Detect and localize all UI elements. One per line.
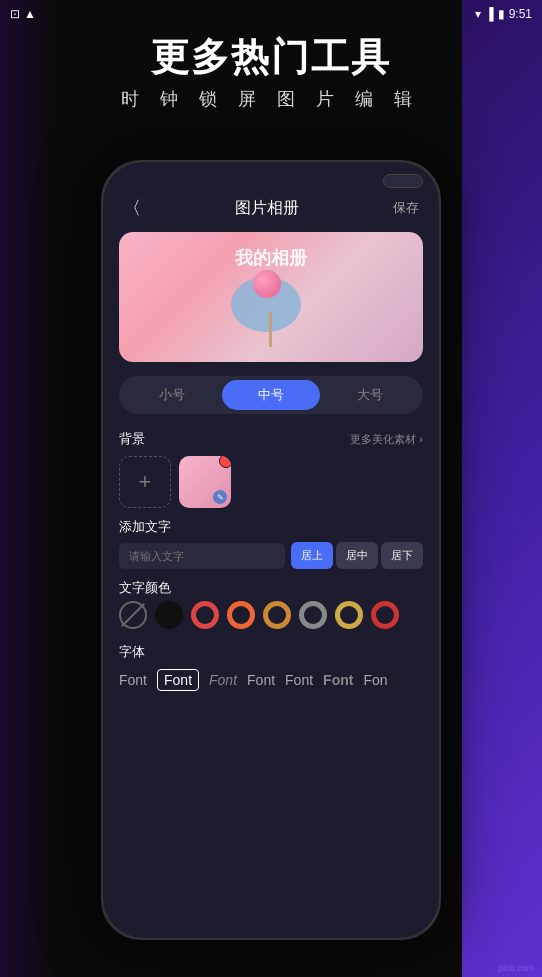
badge bbox=[219, 456, 231, 468]
font-item-5[interactable]: Font bbox=[285, 672, 313, 688]
bg-left-gradient bbox=[0, 0, 60, 977]
phone-top bbox=[103, 162, 439, 192]
status-right: ▾ ▐ ▮ 9:51 bbox=[475, 7, 532, 21]
font-row: Font Font Font Font Font Font Fon bbox=[119, 669, 423, 691]
text-input[interactable] bbox=[119, 543, 285, 569]
lollipop-decoration bbox=[231, 262, 311, 352]
lollipop-ball bbox=[253, 270, 281, 298]
background-section-header: 背景 更多美化素材 › bbox=[119, 430, 423, 448]
phone-inner: 〈 图片相册 保存 我的相册 小号 中号 大号 背景 更多美化素材 › bbox=[103, 162, 439, 938]
position-bottom-button[interactable]: 居下 bbox=[381, 542, 423, 569]
color-palette bbox=[119, 597, 423, 633]
position-middle-button[interactable]: 居中 bbox=[336, 542, 378, 569]
text-input-row: 居上 居中 居下 bbox=[119, 542, 423, 569]
font-section: 字体 Font Font Font Font Font Font Fon bbox=[103, 637, 439, 697]
main-title: 更多热门工具 bbox=[0, 35, 542, 81]
nav-bar: 〈 图片相册 保存 bbox=[103, 192, 439, 228]
back-button[interactable]: 〈 bbox=[123, 196, 141, 220]
background-section: 背景 更多美化素材 › + ✎ bbox=[103, 424, 439, 512]
color-none-option[interactable] bbox=[119, 601, 147, 629]
color-gold-option[interactable] bbox=[263, 601, 291, 629]
watermark: pic6.com bbox=[498, 963, 534, 973]
text-position-buttons: 居上 居中 居下 bbox=[291, 542, 423, 569]
background-item[interactable]: ✎ bbox=[179, 456, 231, 508]
add-text-label: 添加文字 bbox=[119, 518, 423, 536]
font-item-6[interactable]: Font bbox=[323, 672, 353, 688]
color-red-option[interactable] bbox=[191, 601, 219, 629]
lollipop-stick bbox=[269, 312, 272, 347]
size-large-button[interactable]: 大号 bbox=[320, 380, 419, 410]
color-black-option[interactable] bbox=[155, 601, 183, 629]
add-background-button[interactable]: + bbox=[119, 456, 171, 508]
sub-title: 时 钟 锁 屏 图 片 编 辑 bbox=[0, 87, 542, 111]
more-materials-link[interactable]: 更多美化素材 › bbox=[350, 432, 423, 447]
color-yellow-option[interactable] bbox=[335, 601, 363, 629]
color-darkred-option[interactable] bbox=[371, 601, 399, 629]
background-items: + ✎ bbox=[119, 456, 423, 508]
wifi-icon: ▾ bbox=[475, 7, 481, 21]
font-item-2[interactable]: Font bbox=[157, 669, 199, 691]
preview-card: 我的相册 bbox=[119, 232, 423, 362]
size-small-button[interactable]: 小号 bbox=[123, 380, 222, 410]
size-medium-button[interactable]: 中号 bbox=[222, 380, 321, 410]
font-item-4[interactable]: Font bbox=[247, 672, 275, 688]
color-section: 文字颜色 bbox=[103, 573, 439, 637]
color-orange-option[interactable] bbox=[227, 601, 255, 629]
position-top-button[interactable]: 居上 bbox=[291, 542, 333, 569]
color-label: 文字颜色 bbox=[119, 579, 423, 597]
time-display: 9:51 bbox=[509, 7, 532, 21]
phone-mockup: 〈 图片相册 保存 我的相册 小号 中号 大号 背景 更多美化素材 › bbox=[101, 160, 441, 940]
size-selector: 小号 中号 大号 bbox=[119, 376, 423, 414]
font-item-3[interactable]: Font bbox=[209, 672, 237, 688]
add-text-section: 添加文字 居上 居中 居下 bbox=[103, 512, 439, 573]
title-section: 更多热门工具 时 钟 锁 屏 图 片 编 辑 bbox=[0, 35, 542, 111]
bg-right-gradient bbox=[462, 0, 542, 977]
font-label: 字体 bbox=[119, 643, 423, 661]
battery-icon: ▮ bbox=[498, 7, 505, 21]
save-button[interactable]: 保存 bbox=[393, 199, 419, 217]
color-gray-option[interactable] bbox=[299, 601, 327, 629]
edit-icon: ✎ bbox=[213, 490, 227, 504]
font-item-1[interactable]: Font bbox=[119, 672, 147, 688]
notification-icon: ▲ bbox=[24, 7, 36, 21]
font-item-7[interactable]: Fon bbox=[363, 672, 387, 688]
status-bar: ⊡ ▲ ▾ ▐ ▮ 9:51 bbox=[0, 0, 542, 28]
phone-camera bbox=[383, 174, 423, 188]
android-icon: ⊡ bbox=[10, 7, 20, 21]
signal-icon: ▐ bbox=[485, 7, 494, 21]
status-left: ⊡ ▲ bbox=[10, 7, 36, 21]
nav-title: 图片相册 bbox=[235, 198, 299, 219]
background-label: 背景 bbox=[119, 430, 145, 448]
